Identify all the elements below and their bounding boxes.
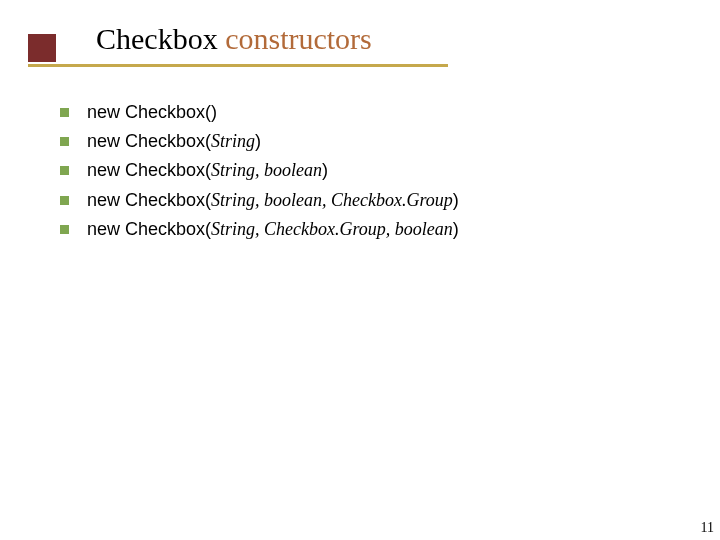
bullet-icon: [60, 196, 69, 205]
page-number: 11: [701, 520, 714, 536]
slide: Checkbox constructors new Checkbox() new…: [0, 0, 720, 540]
slide-title: Checkbox constructors: [96, 22, 372, 56]
title-part1: Checkbox: [96, 22, 218, 55]
bullet-icon: [60, 108, 69, 117]
sig-suffix: ): [255, 131, 261, 151]
list-item: new Checkbox(String, Checkbox.Group, boo…: [60, 217, 680, 242]
sig-suffix: ): [453, 190, 459, 210]
sig-suffix: ): [211, 102, 217, 122]
constructor-signature: new Checkbox(): [87, 100, 217, 125]
bullet-icon: [60, 137, 69, 146]
list-item: new Checkbox(String, boolean, Checkbox.G…: [60, 188, 680, 213]
constructor-signature: new Checkbox(String, Checkbox.Group, boo…: [87, 217, 459, 242]
sig-prefix: new Checkbox(: [87, 190, 211, 210]
constructor-signature: new Checkbox(String, boolean): [87, 158, 328, 183]
sig-prefix: new Checkbox(: [87, 219, 211, 239]
list-item: new Checkbox(): [60, 100, 680, 125]
sig-prefix: new Checkbox(: [87, 160, 211, 180]
bullet-list: new Checkbox() new Checkbox(String) new …: [60, 100, 680, 246]
constructor-signature: new Checkbox(String): [87, 129, 261, 154]
title-part2: constructors: [218, 22, 372, 55]
sig-prefix: new Checkbox(: [87, 102, 211, 122]
constructor-signature: new Checkbox(String, boolean, Checkbox.G…: [87, 188, 459, 213]
sig-args: String, Checkbox.Group, boolean: [211, 219, 453, 239]
bullet-icon: [60, 225, 69, 234]
list-item: new Checkbox(String, boolean): [60, 158, 680, 183]
sig-args: String: [211, 131, 255, 151]
title-underline: [28, 64, 448, 67]
sig-args: String, boolean: [211, 160, 322, 180]
sig-prefix: new Checkbox(: [87, 131, 211, 151]
sig-args: String, boolean, Checkbox.Group: [211, 190, 453, 210]
list-item: new Checkbox(String): [60, 129, 680, 154]
sig-suffix: ): [453, 219, 459, 239]
sig-suffix: ): [322, 160, 328, 180]
bullet-icon: [60, 166, 69, 175]
title-decor-square: [28, 34, 56, 62]
